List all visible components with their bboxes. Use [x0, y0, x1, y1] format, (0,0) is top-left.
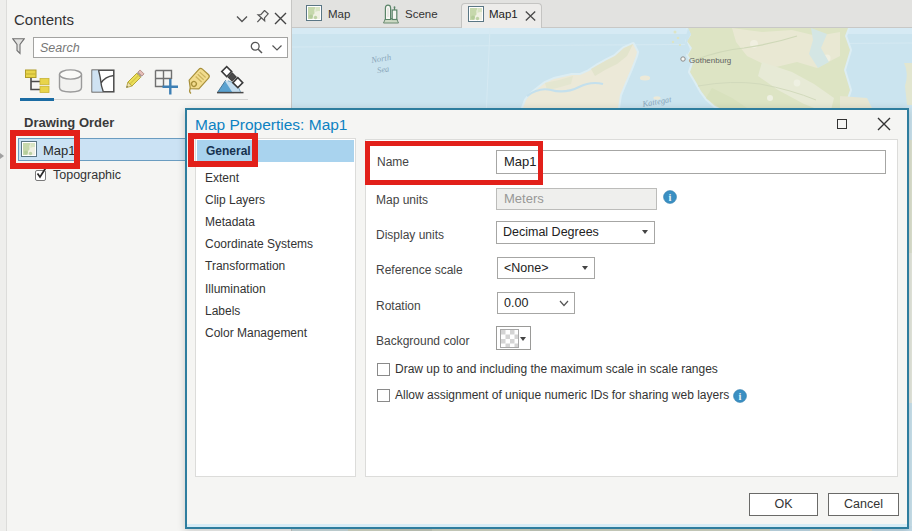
- svg-text:i: i: [739, 391, 742, 402]
- svg-text:Gothenburg: Gothenburg: [689, 56, 731, 65]
- svg-text:i: i: [669, 192, 672, 203]
- svg-text:Sea: Sea: [376, 63, 390, 75]
